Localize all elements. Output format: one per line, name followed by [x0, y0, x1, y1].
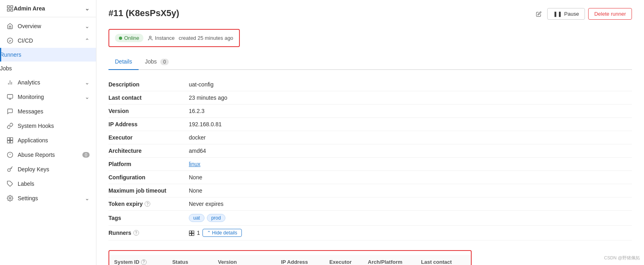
detail-value-last-contact: 23 minutes ago	[189, 94, 227, 101]
runners-count: 1	[197, 230, 200, 236]
detail-row-version: Version 16.2.3	[108, 105, 632, 118]
applications-icon	[6, 137, 14, 144]
svg-rect-14	[10, 141, 13, 143]
detail-row-ip-address: IP Address 192.168.0.81	[108, 118, 632, 131]
sidebar-item-messages[interactable]: Messages	[0, 104, 96, 119]
sidebar-item-label-monitoring: Monitoring	[18, 94, 85, 100]
sidebar-item-runners[interactable]: Runners	[0, 48, 96, 62]
detail-value-architecture: amd64	[189, 148, 206, 154]
sidebar-item-label-messages: Messages	[18, 108, 90, 115]
tab-details-label: Details	[115, 58, 132, 65]
chevron-up-icon: ⌃	[207, 230, 211, 236]
edit-button[interactable]	[534, 9, 544, 19]
sidebar-item-system-hooks[interactable]: System Hooks	[0, 119, 96, 133]
detail-value-executor: docker	[189, 134, 206, 141]
admin-area-icon	[6, 5, 14, 12]
detail-label-platform: Platform	[108, 161, 189, 167]
token-expiry-help-icon[interactable]: ?	[145, 201, 150, 207]
pause-icon: ❚❚	[553, 11, 562, 17]
detail-label-token-expiry: Token expiry ?	[108, 201, 189, 207]
detail-label-ip-address: IP Address	[108, 121, 189, 127]
tag-prod: prod	[207, 214, 225, 222]
sidebar-item-applications[interactable]: Applications	[0, 133, 96, 148]
sidebar-header-label: Admin Area	[14, 5, 45, 12]
svg-rect-25	[192, 234, 194, 236]
detail-label-version: Version	[108, 108, 189, 114]
labels-icon	[6, 180, 14, 187]
th-version: Version	[213, 255, 276, 265]
sidebar-item-abuse-reports[interactable]: Abuse Reports 0	[0, 148, 96, 162]
sidebar-item-cicd[interactable]: CI/CD ⌃	[0, 33, 96, 48]
pause-button-label: Pause	[564, 11, 579, 17]
sidebar-item-label-deploy-keys: Deploy Keys	[18, 166, 90, 173]
details-table: Description uat-config Last contact 23 m…	[108, 78, 632, 240]
th-status: Status	[168, 255, 213, 265]
svg-rect-11	[7, 138, 10, 140]
detail-row-token-expiry: Token expiry ? Never expires	[108, 197, 632, 211]
cicd-icon	[6, 37, 14, 44]
runners-help-icon[interactable]: ?	[133, 230, 139, 236]
detail-label-architecture: Architecture	[108, 148, 189, 154]
sidebar-item-analytics[interactable]: Analytics ⌄	[0, 75, 96, 90]
detail-row-tags: Tags uat prod	[108, 211, 632, 226]
hide-details-label: Hide details	[212, 230, 237, 236]
sidebar: Admin Area ⌄ Overview ⌄ CI/CD ⌃ Runners …	[0, 0, 96, 265]
status-dot	[119, 37, 122, 40]
detail-value-version: 16.2.3	[189, 108, 204, 114]
analytics-icon	[6, 79, 14, 86]
sidebar-item-deploy-keys[interactable]: Deploy Keys	[0, 162, 96, 177]
svg-rect-22	[189, 231, 191, 233]
sidebar-item-labels[interactable]: Labels	[0, 177, 96, 191]
detail-label-runners: Runners ?	[108, 229, 189, 237]
delete-runner-button[interactable]: Delete runner	[588, 8, 632, 20]
svg-rect-24	[189, 234, 191, 236]
detail-label-configuration: Configuration	[108, 174, 189, 181]
runner-type-label: Instance	[155, 35, 175, 41]
sidebar-header-chevron: ⌄	[85, 5, 90, 12]
monitoring-icon	[6, 93, 14, 101]
detail-row-architecture: Architecture amd64	[108, 144, 632, 158]
pause-button[interactable]: ❚❚ Pause	[547, 8, 585, 20]
sidebar-item-label-applications: Applications	[18, 137, 90, 144]
hide-details-button[interactable]: ⌃ Hide details	[202, 229, 242, 237]
tab-jobs[interactable]: Jobs 0	[139, 54, 175, 70]
detail-row-executor: Executor docker	[108, 131, 632, 144]
detail-row-configuration: Configuration None	[108, 171, 632, 184]
detail-value-tags: uat prod	[189, 214, 225, 222]
runners-table-header: System ID ? Status Version IP Address Ex…	[109, 255, 471, 265]
sidebar-section-main: Overview ⌄ CI/CD ⌃ Runners Jobs Analytic…	[0, 17, 96, 207]
sidebar-item-monitoring[interactable]: Monitoring ⌄	[0, 90, 96, 104]
platform-link[interactable]: linux	[189, 161, 200, 167]
chevron-icon-analytics: ⌄	[85, 79, 90, 86]
detail-row-description: Description uat-config	[108, 78, 632, 91]
tag-uat: uat	[189, 214, 204, 222]
sidebar-item-overview[interactable]: Overview ⌄	[0, 19, 96, 33]
detail-value-runners: 1 ⌃ Hide details	[189, 229, 242, 237]
runner-meta: Online Instance created 25 minutes ago	[108, 29, 240, 47]
detail-value-platform: linux	[189, 161, 200, 167]
sidebar-item-label-overview: Overview	[18, 23, 85, 29]
svg-rect-2	[7, 9, 9, 11]
svg-rect-0	[7, 6, 9, 8]
runner-created-text: created 25 minutes ago	[179, 35, 233, 41]
sidebar-item-settings[interactable]: Settings ⌄	[0, 191, 96, 205]
sidebar-item-label-jobs: Jobs	[0, 65, 90, 72]
sidebar-item-label-labels: Labels	[18, 181, 90, 187]
chevron-icon-overview: ⌄	[85, 23, 90, 29]
detail-label-description: Description	[108, 81, 189, 88]
sidebar-header[interactable]: Admin Area ⌄	[0, 0, 96, 17]
hooks-icon	[6, 122, 14, 129]
detail-label-last-contact: Last contact	[108, 94, 189, 101]
tab-details[interactable]: Details	[108, 54, 139, 70]
th-system-id: System ID ?	[109, 255, 168, 265]
tab-jobs-count: 0	[160, 59, 169, 65]
sidebar-item-label-analytics: Analytics	[18, 79, 85, 86]
detail-value-description: uat-config	[189, 81, 213, 88]
runners-icon	[189, 230, 194, 236]
svg-point-4	[7, 38, 12, 43]
svg-point-20	[9, 197, 11, 199]
sidebar-item-label-runners: Runners	[0, 51, 90, 58]
sidebar-item-jobs[interactable]: Jobs	[0, 62, 96, 75]
page-title: #11 (K8esPsX5y)	[108, 8, 179, 18]
system-id-help-icon[interactable]: ?	[141, 259, 147, 265]
